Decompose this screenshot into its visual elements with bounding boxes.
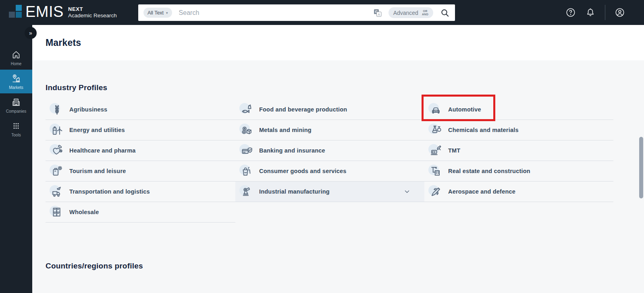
search-submit-icon[interactable] xyxy=(440,8,450,18)
industry-item-healthcare[interactable]: Healthcare and pharma xyxy=(46,140,235,161)
main-area: Markets Industry Profiles Agribusiness E… xyxy=(32,25,644,293)
industry-item-label: Wholesale xyxy=(69,209,99,215)
topbar-divider xyxy=(605,5,605,20)
industry-item-realestate[interactable]: Real estate and construction xyxy=(424,161,613,182)
sidebar-item-label: Companies xyxy=(6,109,27,113)
vertical-scrollbar-thumb[interactable] xyxy=(639,137,643,198)
sidebar-item-label: Markets xyxy=(9,85,23,90)
chevron-down-icon xyxy=(404,189,410,194)
sidebar-item-home[interactable]: Home xyxy=(0,46,32,70)
countries-regions-heading: Countries/regions profiles xyxy=(46,262,644,270)
product-subtitle: Academic Research xyxy=(68,12,117,19)
transportation-icon xyxy=(51,186,63,198)
industry-item-label: Aerospace and defence xyxy=(448,188,515,195)
industry-item-automotive[interactable]: Automotive xyxy=(424,99,613,120)
brand-name: EMIS xyxy=(25,4,64,20)
sidebar-item-label: Tools xyxy=(11,133,21,137)
sidebar: » Home Markets xyxy=(0,25,32,293)
account-icon[interactable] xyxy=(615,7,625,18)
healthcare-icon xyxy=(51,144,63,157)
chevron-down-icon: ▾ xyxy=(166,11,168,15)
industry-item-industrial[interactable]: Industrial manufacturing xyxy=(235,182,424,202)
product-name: NEXT xyxy=(68,6,117,12)
search-scope-dropdown[interactable]: All Text ▾ xyxy=(143,8,172,18)
realestate-icon xyxy=(430,165,442,177)
industry-item-chemicals[interactable]: Chemicals and materials xyxy=(424,120,613,140)
emis-logo[interactable]: EMIS NEXT Academic Research xyxy=(9,4,117,20)
wholesale-icon xyxy=(51,206,63,219)
industry-item-label: Automotive xyxy=(448,106,481,113)
advanced-search-button[interactable]: Advanced OR AND xyxy=(388,7,433,18)
page-title: Markets xyxy=(46,37,81,48)
industry-item-energy[interactable]: Energy and utilities xyxy=(46,120,235,140)
advanced-label: Advanced xyxy=(393,10,418,16)
search-bar: All Text ▾ G A Advanced OR AND xyxy=(138,4,455,21)
industry-item-tmt[interactable]: TMT xyxy=(424,140,613,161)
home-icon xyxy=(11,50,21,60)
chemicals-icon xyxy=(430,124,442,136)
page-header: Markets xyxy=(32,25,644,60)
or-and-operator-icon: OR AND xyxy=(422,10,428,16)
industry-column: Automotive Chemicals and materials TMT R… xyxy=(424,99,613,223)
industry-item-label: Agribusiness xyxy=(69,106,107,113)
industry-item-label: Energy and utilities xyxy=(69,127,125,133)
industry-item-label: Consumer goods and services xyxy=(259,168,347,174)
search-scope-label: All Text xyxy=(147,10,164,16)
industry-item-metals[interactable]: Metals and mining xyxy=(235,120,424,140)
industry-item-agribusiness[interactable]: Agribusiness xyxy=(46,99,235,120)
industry-item-label: Chemicals and materials xyxy=(448,127,519,133)
consumer-icon xyxy=(241,165,253,177)
industrial-icon xyxy=(241,186,253,198)
industry-item-label: Metals and mining xyxy=(259,127,312,133)
industry-item-label: TMT xyxy=(448,147,460,154)
industry-grid: Agribusiness Energy and utilities Health… xyxy=(46,99,613,223)
industry-item-label: Food and beverage production xyxy=(259,106,347,113)
industry-item-label: Healthcare and pharma xyxy=(69,147,136,154)
translate-icon[interactable]: G A xyxy=(373,8,382,18)
tourism-icon xyxy=(51,165,63,177)
sidebar-item-tools[interactable]: Tools xyxy=(0,117,32,141)
industry-item-label: Real estate and construction xyxy=(448,168,530,174)
sidebar-item-markets[interactable]: Markets xyxy=(0,70,32,93)
industry-item-label: Tourism and leisure xyxy=(69,168,126,174)
industry-item-banking[interactable]: Banking and insurance xyxy=(235,140,424,161)
search-input[interactable] xyxy=(178,9,370,17)
industry-item-aerospace[interactable]: Aerospace and defence xyxy=(424,182,613,202)
industry-item-transportation[interactable]: Transportation and logistics xyxy=(46,182,235,202)
tools-grid-icon xyxy=(11,121,21,131)
industry-column: Agribusiness Energy and utilities Health… xyxy=(46,99,235,223)
notifications-bell-icon[interactable] xyxy=(585,7,596,18)
industry-item-label: Banking and insurance xyxy=(259,147,325,154)
metals-icon xyxy=(241,124,253,136)
sidebar-expand-button[interactable]: » xyxy=(25,27,37,39)
industry-item-tourism[interactable]: Tourism and leisure xyxy=(46,161,235,182)
industry-item-consumer[interactable]: Consumer goods and services xyxy=(235,161,424,182)
sidebar-item-companies[interactable]: Companies xyxy=(0,93,32,117)
food-icon xyxy=(241,103,253,116)
industry-profiles-heading: Industry Profiles xyxy=(46,60,644,92)
sidebar-item-label: Home xyxy=(11,62,22,66)
industry-item-label: Transportation and logistics xyxy=(69,188,150,195)
industry-item-food[interactable]: Food and beverage production xyxy=(235,99,424,120)
help-icon[interactable] xyxy=(565,7,576,18)
banking-icon xyxy=(241,144,253,157)
aerospace-icon xyxy=(430,186,442,198)
energy-icon xyxy=(51,124,63,136)
industry-item-wholesale[interactable]: Wholesale xyxy=(46,202,235,223)
agribusiness-icon xyxy=(51,103,63,116)
markets-icon xyxy=(11,74,21,83)
automotive-icon xyxy=(430,103,442,116)
emis-logo-mark-icon xyxy=(9,4,23,20)
industry-item-label: Industrial manufacturing xyxy=(259,188,330,195)
industry-column: Food and beverage production Metals and … xyxy=(235,99,424,223)
companies-icon xyxy=(11,97,21,107)
top-bar: EMIS NEXT Academic Research All Text ▾ G… xyxy=(0,0,644,25)
tmt-icon xyxy=(430,144,442,157)
svg-text:A: A xyxy=(378,12,380,16)
